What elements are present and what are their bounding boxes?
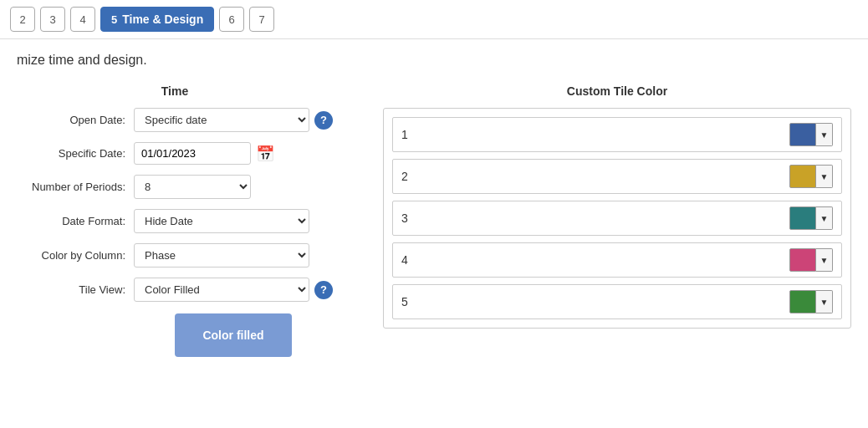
color-section: Custom Tile Color 1 ▼ 2 ▼ [383, 84, 851, 329]
color-row-4: 4 ▼ [392, 242, 842, 278]
step-4[interactable]: 4 [70, 7, 95, 32]
color-dropdown-1[interactable]: ▼ [816, 123, 833, 146]
color-by-select[interactable]: Phase Priority Status [134, 243, 309, 268]
color-row-3-num: 3 [401, 211, 789, 225]
periods-select[interactable]: 4 6 8 10 12 [134, 175, 251, 199]
color-picker-3: ▼ [789, 206, 833, 230]
color-by-control: Phase Priority Status [134, 243, 333, 268]
color-swatch-5[interactable] [789, 290, 816, 313]
color-row-5-num: 5 [401, 295, 789, 308]
color-row-3: 3 ▼ [392, 201, 842, 236]
calendar-icon[interactable]: 📅 [256, 145, 274, 163]
specific-date-row: Specific Date: 📅 [17, 142, 333, 165]
open-date-help-icon[interactable]: ? [314, 111, 333, 130]
tile-view-label: Tile View: [17, 283, 125, 296]
color-row-5: 5 ▼ [392, 284, 842, 319]
color-picker-4: ▼ [789, 248, 833, 272]
top-navigation: 2 3 4 5 Time & Design 6 7 [0, 0, 868, 39]
color-dropdown-4[interactable]: ▼ [816, 248, 833, 272]
step-7[interactable]: 7 [249, 7, 274, 32]
color-dropdown-3[interactable]: ▼ [816, 206, 833, 230]
specific-date-input[interactable] [134, 142, 251, 165]
color-row-1: 1 ▼ [392, 117, 842, 152]
color-row-1-num: 1 [401, 128, 789, 141]
date-format-row: Date Format: Hide Date Show Date Custom [17, 209, 333, 233]
step-5-active[interactable]: 5 Time & Design [100, 7, 214, 32]
open-date-label: Open Date: [17, 114, 125, 126]
color-filled-preview: Color filled [175, 313, 292, 357]
color-row-2-num: 2 [401, 170, 789, 183]
form-title: Time [17, 84, 333, 98]
color-by-row: Color by Column: Phase Priority Status [17, 243, 333, 268]
color-table: 1 ▼ 2 ▼ 3 [383, 108, 851, 329]
date-format-control: Hide Date Show Date Custom [134, 209, 333, 233]
date-format-select[interactable]: Hide Date Show Date Custom [134, 209, 309, 233]
step-6[interactable]: 6 [219, 7, 244, 32]
color-dropdown-2[interactable]: ▼ [816, 165, 833, 188]
specific-date-label: Specific Date: [17, 147, 125, 160]
color-dropdown-5[interactable]: ▼ [816, 290, 833, 313]
open-date-select[interactable]: Specific date Today Custom [134, 108, 309, 132]
date-format-label: Date Format: [17, 215, 125, 227]
tile-view-control: Color Filled Outline Flat ? [134, 278, 333, 302]
form-section: Time Open Date: Specific date Today Cust… [17, 84, 333, 357]
step-3[interactable]: 3 [40, 7, 65, 32]
color-section-title: Custom Tile Color [383, 84, 851, 98]
color-picker-1: ▼ [789, 123, 833, 146]
color-row-4-num: 4 [401, 253, 789, 267]
color-swatch-4[interactable] [789, 248, 816, 272]
page-subtitle: mize time and design. [17, 53, 851, 68]
color-swatch-3[interactable] [789, 206, 816, 230]
color-swatch-2[interactable] [789, 165, 816, 188]
main-layout: Time Open Date: Specific date Today Cust… [17, 84, 851, 357]
tile-view-help-icon[interactable]: ? [314, 281, 333, 299]
step-2[interactable]: 2 [10, 7, 35, 32]
specific-date-control: 📅 [134, 142, 333, 165]
periods-label: Number of Periods: [17, 181, 125, 193]
color-swatch-1[interactable] [789, 123, 816, 146]
periods-control: 4 6 8 10 12 [134, 175, 333, 199]
color-row-2: 2 ▼ [392, 159, 842, 194]
color-picker-5: ▼ [789, 290, 833, 313]
tile-view-select[interactable]: Color Filled Outline Flat [134, 278, 309, 302]
open-date-control: Specific date Today Custom ? [134, 108, 333, 132]
periods-row: Number of Periods: 4 6 8 10 12 [17, 175, 333, 199]
color-by-label: Color by Column: [17, 249, 125, 262]
preview-box: Color filled [134, 313, 333, 357]
color-picker-2: ▼ [789, 165, 833, 188]
open-date-row: Open Date: Specific date Today Custom ? [17, 108, 333, 132]
tile-view-row: Tile View: Color Filled Outline Flat ? [17, 278, 333, 302]
page-body: mize time and design. Time Open Date: Sp… [0, 39, 868, 370]
